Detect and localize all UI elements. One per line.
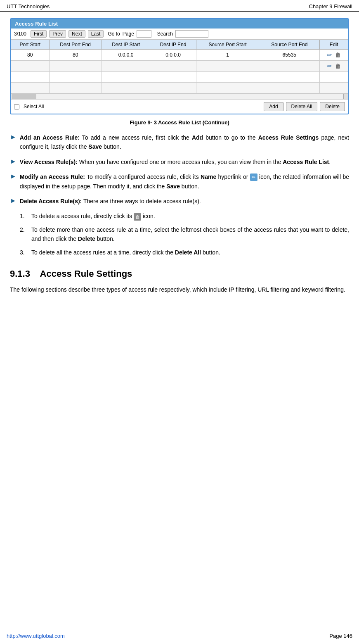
numbered-item-2: 2. To delete more than one access rule a… <box>20 225 349 244</box>
footer-url[interactable]: http://www.uttglobal.com <box>7 633 65 639</box>
modify-bold-name: Name <box>201 173 216 180</box>
numbered-item-1-text: To delete a access rule, directly click … <box>31 211 155 221</box>
num3-bold-deleteall: Delete All <box>175 249 201 256</box>
delete-trash-icon[interactable]: 🗑 <box>335 52 341 58</box>
bullet-modify: ► Modify an Access Rule: To modify a con… <box>10 172 349 191</box>
select-all-label: Select All <box>24 104 44 109</box>
footer-page: Page 146 <box>329 633 352 639</box>
bullet-delete: ► Delete Access Rule(s): There are three… <box>10 197 349 206</box>
numbered-item-3-text: To delete all the access rules at a time… <box>31 248 220 257</box>
first-button[interactable]: First <box>31 30 47 38</box>
table-row: ✏ 🗑 <box>11 61 348 72</box>
add-button[interactable]: Add <box>264 102 283 111</box>
bullet-view: ► View Access Rule(s): When you have con… <box>10 157 349 166</box>
bullet-modify-text: Modify an Access Rule: To modify a confi… <box>20 172 349 191</box>
goto-label: Go to <box>108 31 120 37</box>
col-edit: Edit <box>320 40 348 50</box>
cell-edit: ✏ 🗑 <box>320 50 348 61</box>
page-header: UTT Technologies Chapter 9 Firewall <box>0 0 359 12</box>
next-button[interactable]: Next <box>68 30 85 38</box>
cell-source-port-start: 1 <box>196 50 259 61</box>
bullet-delete-text: Delete Access Rule(s): There are three w… <box>20 197 349 206</box>
col-dest-port-end: Dest Port End <box>49 40 102 50</box>
cell-dest-ip-start: 0.0.0.0 <box>102 50 150 61</box>
cell-source-port-end: 65535 <box>259 50 320 61</box>
col-port-start: Port Start <box>11 40 50 50</box>
scrollbar-thumb[interactable] <box>12 94 36 99</box>
edit-pencil-icon[interactable]: ✏ <box>327 62 332 69</box>
cell-dest-port-end: 80 <box>49 50 102 61</box>
add-bold-save: Save <box>88 143 102 150</box>
bullet-arrow-icon: ► <box>10 158 17 165</box>
horizontal-scrollbar[interactable] <box>11 93 348 99</box>
cell-dest-ip-end: 0.0.0.0 <box>150 50 196 61</box>
bullet-arrow-icon: ► <box>10 173 17 180</box>
edit-pencil-icon[interactable]: ✏ <box>327 51 332 58</box>
bullet-view-text: View Access Rule(s): When you have confi… <box>20 157 349 166</box>
col-source-port-start: Source Port Start <box>196 40 259 50</box>
delete-button[interactable]: Delete <box>320 102 345 111</box>
select-all-checkbox[interactable] <box>14 104 19 109</box>
delete-all-button[interactable]: Delete All <box>286 102 318 111</box>
bullet-arrow-icon: ► <box>10 197 17 204</box>
col-source-port-end: Source Port End <box>259 40 320 50</box>
numbered-item-3: 3. To delete all the access rules at a t… <box>20 248 349 257</box>
widget-footer: Select All Add Delete All Delete <box>11 99 348 114</box>
header-right: Chapter 9 Firewall <box>309 3 353 10</box>
section-title: Access Rule Settings <box>40 269 132 279</box>
trash-inline-icon: 🗑 <box>134 213 141 221</box>
section-number: 9.1.3 <box>10 269 30 279</box>
header-left: UTT Technologies <box>7 3 50 10</box>
modify-bold-label: Modify an Access Rule: <box>20 173 85 180</box>
add-bold-settings: Access Rule Settings <box>258 134 319 141</box>
add-bold-mid: Add <box>192 134 203 141</box>
widget-controls: 3/100 First Prev Next Last Go to Page Se… <box>11 29 348 40</box>
bullet-add-text: Add an Access Rule: To add a new access … <box>20 133 349 152</box>
prev-button[interactable]: Prev <box>49 30 66 38</box>
table-row: 80 80 0.0.0.0 0.0.0.0 1 65535 ✏ 🗑 <box>11 50 348 61</box>
num2-bold-delete: Delete <box>78 235 95 242</box>
body-paragraph: The following sections describe three ty… <box>10 285 349 294</box>
access-rule-table: Port Start Dest Port End Dest IP Start D… <box>11 40 348 93</box>
page-input[interactable] <box>137 30 151 38</box>
delete-bold-label: Delete Access Rule(s): <box>20 198 82 204</box>
page-footer: http://www.uttglobal.com Page 146 <box>0 631 359 639</box>
last-button[interactable]: Last <box>88 30 104 38</box>
num-2: 2. <box>20 225 28 244</box>
view-bold-label: View Access Rule(s): <box>20 159 78 165</box>
numbered-list: 1. To delete a access rule, directly cli… <box>20 211 349 257</box>
numbered-item-2-text: To delete more than one access rule at a… <box>31 225 349 244</box>
main-content: Access Rule List 3/100 First Prev Next L… <box>0 12 359 305</box>
pagination-info: 3/100 <box>14 31 26 37</box>
table-row <box>11 83 348 93</box>
delete-trash-icon[interactable]: 🗑 <box>335 63 341 69</box>
page-label: Page <box>123 31 134 37</box>
table-row <box>11 72 348 83</box>
access-rule-list-widget: Access Rule List 3/100 First Prev Next L… <box>10 18 349 114</box>
bullet-add: ► Add an Access Rule: To add a new acces… <box>10 133 349 152</box>
scrollbar-right-arrow[interactable] <box>343 94 348 99</box>
col-dest-ip-start: Dest IP Start <box>102 40 150 50</box>
widget-title: Access Rule List <box>11 19 348 29</box>
pencil-inline-icon: ✏ <box>250 173 257 181</box>
search-label: Search <box>157 31 173 37</box>
view-bold-list: Access Rule List <box>283 159 329 165</box>
section-heading: 9.1.3 Access Rule Settings <box>10 269 349 279</box>
search-input[interactable] <box>175 30 208 38</box>
numbered-item-1: 1. To delete a access rule, directly cli… <box>20 211 349 221</box>
add-bold-label: Add an Access Rule: <box>20 134 80 141</box>
num-3: 3. <box>20 248 28 257</box>
bullet-arrow-icon: ► <box>10 133 17 141</box>
col-dest-ip-end: Dest IP End <box>150 40 196 50</box>
modify-bold-save: Save <box>166 183 180 190</box>
num-1: 1. <box>20 211 28 221</box>
figure-caption: Figure 9- 3 Access Rule List (Continue) <box>10 119 349 126</box>
cell-port-start: 80 <box>11 50 50 61</box>
